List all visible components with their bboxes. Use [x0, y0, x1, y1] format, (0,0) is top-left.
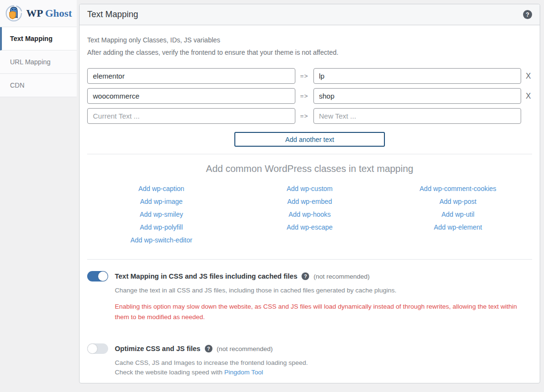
settings-card: Text Mapping ? Text Mapping only Classes…	[79, 4, 540, 383]
mapping-rows: => X => X =>	[87, 68, 532, 124]
intro-line-2: After adding the classes, verify the fro…	[87, 48, 532, 57]
add-wp-embed-link[interactable]: Add wp-embed	[235, 197, 383, 206]
sidebar-item-cdn[interactable]: CDN	[0, 74, 77, 97]
arrow-separator: =>	[299, 72, 310, 80]
mapping-row: => X	[87, 68, 532, 84]
current-text-input[interactable]	[87, 88, 295, 104]
sidebar-item-label: CDN	[10, 81, 24, 89]
mapping-row-empty: =>	[87, 108, 532, 124]
add-wp-element-link[interactable]: Add wp-element	[384, 222, 532, 232]
not-recommended-note: (not recommended)	[313, 273, 370, 280]
sidebar: WP Ghost Text Mapping URL Mapping CDN	[0, 0, 77, 97]
add-wp-comment-cookies-link[interactable]: Add wp-comment-cookies	[384, 184, 532, 193]
new-text-input[interactable]	[313, 68, 522, 84]
card-header: Text Mapping ?	[80, 4, 540, 25]
toggle-label: Optimize CSS and JS files	[115, 345, 201, 352]
optimize-css-js-toggle[interactable]	[87, 343, 108, 354]
remove-row-button[interactable]: X	[524, 68, 532, 84]
current-text-input[interactable]	[87, 68, 295, 84]
sidebar-item-label: Text Mapping	[10, 35, 52, 42]
toggle-description-2: Check the website loading speed with Pin…	[115, 368, 532, 377]
add-wp-caption-link[interactable]: Add wp-caption	[87, 184, 235, 193]
toggle-warning: Enabling this option may slow down the w…	[115, 302, 532, 322]
add-wp-smiley-link[interactable]: Add wp-smiley	[87, 210, 235, 219]
add-wp-switch-editor-link[interactable]: Add wp-switch-editor	[87, 235, 235, 245]
classes-column-2: Add wp-custom Add wp-embed Add wp-hooks …	[235, 181, 383, 248]
common-classes-grid: Add wp-caption Add wp-image Add wp-smile…	[87, 181, 532, 248]
common-classes-heading: Add common WordPress classes in text map…	[87, 163, 532, 174]
add-wp-util-link[interactable]: Add wp-util	[384, 210, 532, 219]
classes-column-3: Add wp-comment-cookies Add wp-post Add w…	[384, 181, 532, 248]
logo-wordmark: WP Ghost	[26, 7, 72, 20]
optimize-css-js-section: Optimize CSS and JS files ? (not recomme…	[87, 343, 532, 377]
toggle-label: Text Mapping in CSS and JS files includi…	[115, 272, 297, 280]
css-js-text-mapping-toggle[interactable]	[87, 271, 108, 281]
help-icon[interactable]: ?	[302, 272, 309, 280]
section-divider	[87, 259, 532, 260]
arrow-separator: =>	[299, 92, 310, 100]
pingdom-tool-link[interactable]: Pingdom Tool	[224, 369, 263, 376]
logo-ghost-text: Ghost	[45, 7, 72, 19]
section-divider	[87, 154, 532, 154]
add-wp-custom-link[interactable]: Add wp-custom	[235, 184, 383, 193]
toggle-description: Change the text in all CSS and JS files,…	[115, 286, 532, 295]
speed-check-text: Check the website loading speed with	[115, 369, 224, 376]
new-text-input[interactable]	[313, 108, 522, 124]
arrow-separator: =>	[299, 112, 310, 120]
add-wp-post-link[interactable]: Add wp-post	[384, 197, 532, 206]
help-icon[interactable]: ?	[523, 10, 532, 19]
not-recommended-note: (not recommended)	[217, 345, 273, 352]
add-wp-polyfill-link[interactable]: Add wp-polyfill	[87, 222, 235, 232]
css-js-text-mapping-section: Text Mapping in CSS and JS files includi…	[87, 271, 532, 322]
current-text-input[interactable]	[87, 108, 295, 124]
card-body: Text Mapping only Classes, IDs, JS varia…	[80, 25, 540, 377]
logo-wp-text: WP	[26, 7, 42, 19]
ghost-logo-icon	[5, 4, 23, 22]
classes-column-1: Add wp-caption Add wp-image Add wp-smile…	[87, 181, 235, 248]
sidebar-item-label: URL Mapping	[10, 58, 50, 66]
help-icon[interactable]: ?	[205, 345, 212, 352]
mapping-row: => X	[87, 88, 532, 104]
page-title: Text Mapping	[87, 10, 138, 20]
remove-row-button[interactable]: X	[524, 88, 532, 104]
sidebar-item-text-mapping[interactable]: Text Mapping	[0, 27, 77, 50]
new-text-input[interactable]	[313, 88, 522, 104]
intro-line-1: Text Mapping only Classes, IDs, JS varia…	[87, 36, 532, 44]
toggle-description: Cache CSS, JS and Images to increase the…	[115, 358, 532, 367]
wp-ghost-logo: WP Ghost	[0, 0, 77, 27]
add-wp-image-link[interactable]: Add wp-image	[87, 197, 235, 206]
add-wp-escape-link[interactable]: Add wp-escape	[235, 222, 383, 232]
add-another-text-button[interactable]: Add another text	[234, 132, 385, 147]
sidebar-item-url-mapping[interactable]: URL Mapping	[0, 50, 77, 74]
add-wp-hooks-link[interactable]: Add wp-hooks	[235, 210, 383, 219]
